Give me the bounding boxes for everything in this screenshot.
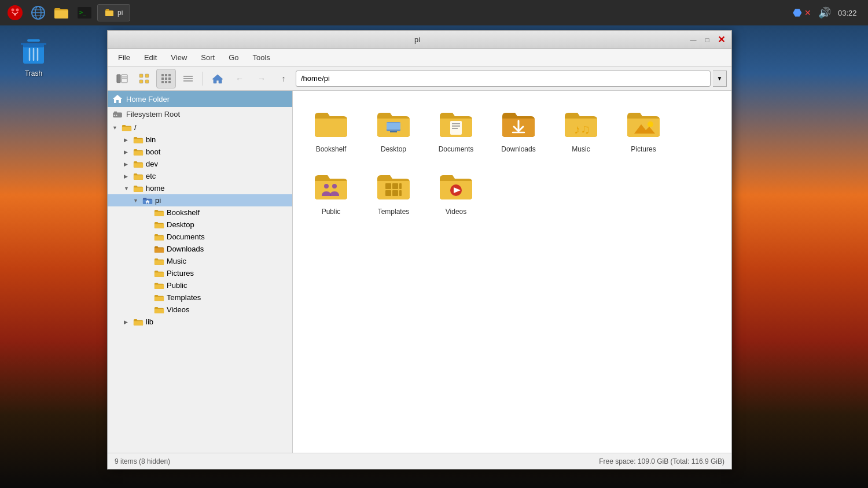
up-button[interactable]: ↑ (274, 69, 293, 88)
tree-folder-lib (133, 318, 144, 326)
menu-go[interactable]: Go (223, 51, 244, 64)
toolbar: ← → ↑ ▼ (108, 66, 731, 91)
svg-marker-39 (113, 95, 122, 103)
taskbar-right: ⬣ ✕ 🔊 03:22 (793, 6, 863, 19)
tree-folder-bin (133, 136, 144, 144)
browser-button[interactable] (28, 2, 49, 23)
menu-tools[interactable]: Tools (247, 51, 276, 64)
svg-point-3 (14, 13, 16, 16)
window-title: pi (147, 35, 687, 44)
sidebar-toggle-button[interactable] (112, 69, 132, 88)
volume-icon[interactable]: 🔊 (818, 6, 831, 19)
tree-item-downloads[interactable]: Downloads (108, 243, 292, 255)
tree-item-home[interactable]: ▼ home (108, 182, 292, 194)
sidebar-home-folder[interactable]: Home Folder (108, 91, 292, 107)
minimize-button[interactable]: — (687, 34, 699, 46)
tree-arrow-dev: ▶ (124, 161, 131, 167)
file-item-documents[interactable]: Documents (427, 100, 485, 158)
back-button[interactable]: ← (230, 69, 249, 88)
status-bar: 9 items (8 hidden) Free space: 109.0 GiB… (108, 453, 731, 469)
raspberry-pi-menu-button[interactable] (5, 2, 25, 23)
maximize-button[interactable]: □ (701, 34, 713, 46)
pi-window-button[interactable]: pi (97, 4, 130, 21)
svg-rect-22 (139, 74, 143, 77)
svg-rect-47 (387, 123, 400, 130)
tree-label-bookshelf: Bookshelf (167, 208, 200, 217)
tree-folder-documents (154, 233, 164, 241)
tree-arrow-lib: ▶ (124, 319, 131, 325)
trash-desktop-icon[interactable]: Trash (17, 35, 50, 77)
forward-button[interactable]: → (252, 69, 271, 88)
tree-folder-videos (154, 306, 164, 314)
tree-label-dev: dev (146, 160, 158, 168)
pictures-icon-container (625, 105, 662, 142)
tree-item-lib[interactable]: ▶ lib (108, 316, 292, 328)
svg-point-2 (16, 9, 19, 12)
main-content: Home Folder Filesystem Root ▼ (108, 91, 731, 453)
tree-label-pi: pi (155, 196, 161, 205)
tree-item-bin[interactable]: ▶ bin (108, 134, 292, 146)
file-manager-window: pi — □ ✕ File Edit View Sort Go Tools (107, 30, 732, 469)
file-item-downloads[interactable]: Downloads (490, 100, 547, 158)
downloads-icon-container (500, 105, 537, 142)
svg-rect-31 (168, 77, 171, 80)
terminal-button[interactable]: >_ (74, 2, 95, 23)
svg-text:>_: >_ (79, 9, 87, 16)
tree-item-videos[interactable]: Videos (108, 304, 292, 316)
toolbar-separator-1 (203, 72, 203, 86)
svg-point-1 (12, 9, 14, 12)
icon-view-button[interactable] (134, 69, 154, 88)
tree-arrow-pi: ▼ (133, 198, 140, 204)
menu-sort[interactable]: Sort (195, 51, 220, 64)
tree-label-bin: bin (146, 135, 156, 144)
sidebar-filesystem-root[interactable]: Filesystem Root (108, 107, 292, 121)
file-item-pictures[interactable]: Pictures (615, 100, 672, 158)
list-view-button[interactable] (178, 69, 198, 88)
tree-arrow-boot: ▶ (124, 149, 131, 155)
tree-item-boot[interactable]: ▶ boot (108, 146, 292, 158)
downloads-folder-icon (500, 108, 537, 138)
grid-view-button[interactable] (156, 69, 176, 88)
home-button[interactable] (208, 69, 227, 88)
menu-edit[interactable]: Edit (138, 51, 163, 64)
file-item-public[interactable]: Public (302, 162, 360, 220)
desktop-label: Desktop (381, 145, 406, 153)
file-item-music[interactable]: ♪♫ Music (552, 100, 610, 158)
tree-item-desktop[interactable]: Desktop (108, 219, 292, 231)
tree-item-music[interactable]: Music (108, 255, 292, 267)
tree-item-templates[interactable]: Templates (108, 291, 292, 304)
svg-text:♪♫: ♪♫ (574, 122, 590, 136)
videos-label: Videos (446, 208, 466, 216)
menu-file[interactable]: File (112, 51, 136, 64)
file-manager-button[interactable] (51, 2, 72, 23)
tree-item-pictures[interactable]: Pictures (108, 267, 292, 279)
file-item-videos[interactable]: Videos (427, 162, 485, 220)
clock: 03:22 (838, 9, 863, 17)
address-dropdown-button[interactable]: ▼ (713, 71, 727, 87)
sidebar-home-folder-label: Home Folder (126, 95, 170, 103)
documents-label: Documents (439, 145, 474, 153)
tree-item-bookshelf[interactable]: Bookshelf (108, 206, 292, 219)
tree-folder-templates (154, 294, 164, 302)
file-item-templates[interactable]: Templates (365, 162, 422, 220)
svg-rect-32 (161, 81, 164, 83)
title-bar: pi — □ ✕ (108, 31, 731, 49)
tree-item-public[interactable]: Public (108, 279, 292, 291)
tree-label-pictures: Pictures (167, 269, 194, 278)
tree-item-etc[interactable]: ▶ etc (108, 170, 292, 182)
svg-point-58 (332, 184, 337, 188)
menu-view[interactable]: View (165, 51, 193, 64)
close-button[interactable]: ✕ (715, 34, 727, 46)
status-items: 9 items (8 hidden) (115, 457, 170, 465)
tree-label-lib: lib (146, 317, 153, 326)
tree-label-root: / (134, 123, 137, 132)
tree-item-pi[interactable]: ▼ pi (108, 194, 292, 206)
svg-rect-25 (145, 80, 149, 83)
file-item-bookshelf[interactable]: Bookshelf (302, 100, 360, 158)
tree-item-root[interactable]: ▼ / (108, 121, 292, 134)
file-item-desktop[interactable]: Desktop (365, 100, 422, 158)
tree-item-documents[interactable]: Documents (108, 231, 292, 243)
tree-label-public: Public (167, 281, 187, 290)
tree-item-dev[interactable]: ▶ dev (108, 158, 292, 170)
address-bar[interactable] (296, 71, 711, 87)
